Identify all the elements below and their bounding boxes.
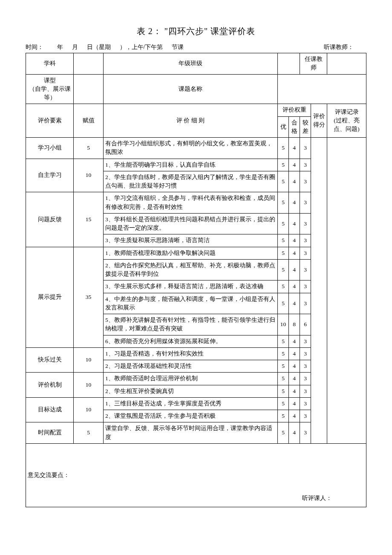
- section-快乐过关: 快乐过关: [26, 347, 74, 373]
- topic-value[interactable]: [278, 74, 366, 104]
- weight-excellent: 5: [278, 422, 289, 444]
- weight-pass: 8: [289, 314, 300, 335]
- weight-excellent: 5: [278, 347, 289, 360]
- col-score: 评价得分: [311, 104, 327, 138]
- weight-pass: 4: [289, 385, 300, 397]
- weight-pass: 4: [289, 422, 300, 444]
- rule-text: 3、学生质疑和展示思路清晰，语言简洁: [104, 234, 278, 247]
- weight-pass: 4: [289, 335, 300, 347]
- year-suffix: 年: [57, 44, 63, 50]
- rule-text: 1、三维目标是否达成，学生掌握度是否优秀: [104, 397, 278, 410]
- rule-text: 1、学习交流有组织，全员参与，学科代表有验收和检查，成员间有修改和完善，是否有时…: [104, 192, 278, 214]
- weight-excellent: 5: [278, 293, 289, 314]
- section-学习小组: 学习小组: [26, 138, 74, 159]
- rule-text: 1、习题是否精选，有针对性和实效性: [104, 347, 278, 360]
- weight-pass: 4: [289, 234, 300, 247]
- weight-poor: 3: [300, 410, 311, 422]
- period-suffix: 节课: [172, 44, 184, 50]
- weight-excellent: 5: [278, 213, 289, 234]
- class-type-value[interactable]: [74, 74, 104, 104]
- weight-excellent: 5: [278, 410, 289, 422]
- section-value: 10: [74, 373, 104, 398]
- weight-excellent: 5: [278, 192, 289, 214]
- weight-pass: 4: [289, 360, 300, 373]
- weight-poor: 3: [300, 347, 311, 360]
- weight-poor: 3: [300, 280, 311, 293]
- weight-excellent: 5: [278, 159, 289, 171]
- rule-text: 2、学生自学自练时，教师是否深入组内了解情况，学生是否有圈点勾画、批注质疑等好习…: [104, 171, 278, 192]
- weight-pass: 4: [289, 293, 300, 314]
- weight-excellent: 5: [278, 247, 289, 259]
- col-value: 赋值: [74, 104, 104, 138]
- evaluation-table-main: 学科年级班级任课教师课型（自学、展示课等）课题名称评价要素赋值评 价 细 则评价…: [26, 53, 366, 507]
- col-excellent: 优: [278, 116, 289, 138]
- weekday-close: ），上午/下午第: [120, 44, 163, 50]
- weight-poor: 3: [300, 360, 311, 373]
- col-rule: 评 价 细 则: [104, 104, 278, 138]
- topic-label: 课题名称: [104, 74, 278, 104]
- teacher-label: 任课教师: [300, 53, 327, 75]
- weight-excellent: 5: [278, 335, 289, 347]
- weight-pass: 4: [289, 213, 300, 234]
- weight-excellent: 5: [278, 280, 289, 293]
- footer-label: 意见交流要点：: [28, 472, 69, 478]
- weight-excellent: 5: [278, 397, 289, 410]
- section-value: 5: [74, 138, 104, 159]
- weight-poor: 3: [300, 385, 311, 397]
- rule-text: 4、中差生的参与度，能否融入和调度，每一堂课，小组是否有人发言和展示: [104, 293, 278, 314]
- subject-value[interactable]: [74, 53, 104, 75]
- meta-line: 时间： 年 月 日（星期 ），上午/下午第 节课 听课教师：: [26, 43, 366, 51]
- grade-label: 年级班级: [104, 53, 278, 75]
- rule-text: 2、组内合作探究热烈认真，相互帮助、补充，积极动脑，教师点拨提示是否科学到位: [104, 259, 278, 280]
- weight-pass: 4: [289, 192, 300, 214]
- weight-poor: 3: [300, 422, 311, 444]
- rule-text: 2、课堂氛围是否活跃，学生参与是否积极: [104, 410, 278, 422]
- weight-pass: 4: [289, 410, 300, 422]
- section-问题反馈: 问题反馈: [26, 192, 74, 247]
- section-目标达成: 目标达成: [26, 397, 74, 422]
- weight-excellent: 5: [278, 171, 289, 192]
- rule-text: 6、教师能否充分利用媒体资源拓展和延伸。: [104, 335, 278, 347]
- weight-excellent: 5: [278, 385, 289, 397]
- weight-pass: 4: [289, 171, 300, 192]
- weight-poor: 3: [300, 373, 311, 385]
- weight-poor: 3: [300, 138, 311, 159]
- weight-poor: 3: [300, 335, 311, 347]
- teacher-value[interactable]: [327, 53, 366, 75]
- weight-poor: 6: [300, 314, 311, 335]
- weight-pass: 4: [289, 397, 300, 410]
- weight-pass: 4: [289, 159, 300, 171]
- rule-text: 3、学生展示形式多样，释疑语言简洁，思路清晰，表达准确: [104, 280, 278, 293]
- weight-excellent: 5: [278, 138, 289, 159]
- class-type-label: 课型（自学、展示课等）: [26, 74, 74, 104]
- footer-signature: 听评课人：: [302, 494, 332, 503]
- rule-text: 5、教师补充讲解是否有针对性，有指导性，能否引领学生进行归纳梳理，对重难点是否有…: [104, 314, 278, 335]
- grade-value[interactable]: [278, 53, 300, 75]
- weight-pass: 4: [289, 138, 300, 159]
- weight-poor: 3: [300, 293, 311, 314]
- weight-excellent: 5: [278, 234, 289, 247]
- rule-text: 2、习题是否体现基础性和灵活性: [104, 360, 278, 373]
- note-column[interactable]: [327, 138, 366, 444]
- section-评价机制: 评价机制: [26, 373, 74, 398]
- section-自主学习: 自主学习: [26, 159, 74, 192]
- weight-pass: 4: [289, 280, 300, 293]
- weight-excellent: 5: [278, 259, 289, 280]
- weight-excellent: 5: [278, 373, 289, 385]
- weight-pass: 4: [289, 347, 300, 360]
- weight-poor: 3: [300, 213, 311, 234]
- listen-teacher-label: 听课教师：: [324, 43, 366, 51]
- weight-excellent: 5: [278, 360, 289, 373]
- col-element: 评价要素: [26, 104, 74, 138]
- footer-cell[interactable]: 意见交流要点：听评课人：: [26, 443, 366, 507]
- col-note: 评课记录(过程、亮点、问题): [327, 104, 366, 138]
- section-时间配置: 时间配置: [26, 422, 74, 444]
- rule-text: 1、学生能否明确学习目标，认真自学自练: [104, 159, 278, 171]
- score-column[interactable]: [311, 138, 327, 444]
- section-value: 10: [74, 159, 104, 192]
- section-value: 5: [74, 422, 104, 444]
- month-suffix: 月: [72, 44, 78, 50]
- section-value: 15: [74, 192, 104, 247]
- section-value: 10: [74, 347, 104, 373]
- col-pass: 合格: [289, 116, 300, 138]
